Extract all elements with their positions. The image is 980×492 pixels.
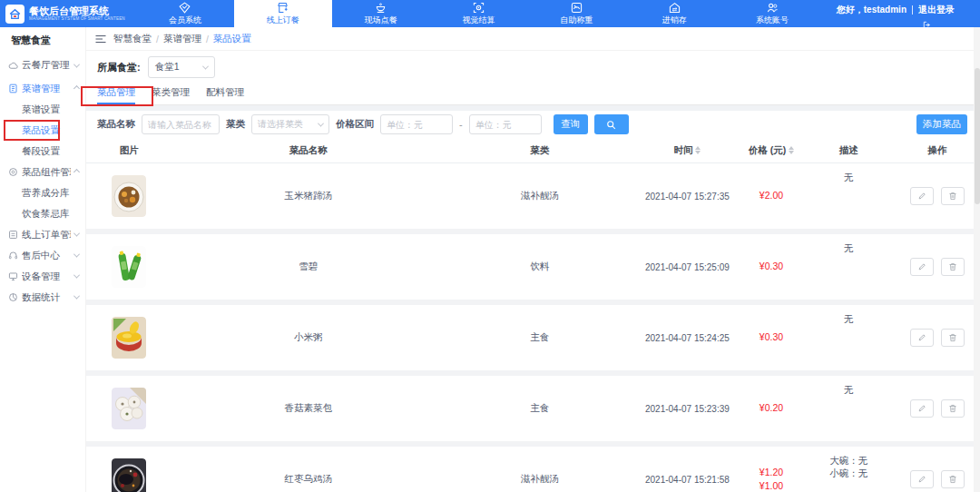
canteen-select[interactable]: 食堂1 bbox=[148, 56, 215, 78]
dish-name: 香菇素菜包 bbox=[172, 376, 445, 441]
nav-item-inventory[interactable]: 进销存 bbox=[625, 0, 723, 27]
chevron-down-icon bbox=[74, 293, 80, 300]
delete-button[interactable] bbox=[941, 258, 965, 276]
price-range-label: 价格区间 bbox=[336, 118, 374, 131]
nav-label: 自助称重 bbox=[560, 15, 593, 26]
dish-category: 滋补靓汤 bbox=[445, 447, 635, 492]
sidebar-item-data-statistics[interactable]: 数据统计 bbox=[0, 287, 85, 308]
dish-category: 饮料 bbox=[445, 234, 635, 300]
breadcrumb-item-smart-canteen[interactable]: 智慧食堂 bbox=[113, 33, 152, 45]
dish-name: 小米粥 bbox=[172, 305, 445, 370]
edit-button[interactable] bbox=[910, 258, 934, 276]
sidebar-item-aftersales-center[interactable]: 售后中心 bbox=[0, 245, 85, 266]
dish-price: ¥0.30 bbox=[760, 331, 783, 343]
nav-item-online-ordering[interactable]: 线上订餐 bbox=[234, 0, 332, 27]
dish-name-input[interactable] bbox=[142, 114, 220, 134]
header-price[interactable]: 价格 (元) bbox=[740, 144, 803, 157]
sidebar-item-recipe-management[interactable]: 菜谱管理 bbox=[0, 78, 85, 99]
headset-icon bbox=[7, 251, 18, 261]
category-select-placeholder: 请选择菜类 bbox=[258, 118, 303, 131]
sidebar-item-meal-period-settings[interactable]: 餐段设置 bbox=[0, 141, 85, 162]
main-content: 智慧食堂 / 菜谱管理 / 菜品设置 所属食堂: 食堂1 菜品管理 菜类管理 配… bbox=[86, 27, 980, 492]
device-monitor-icon bbox=[7, 271, 18, 281]
sidebar-item-device-management[interactable]: 设备管理 bbox=[0, 266, 85, 287]
sidebar: 智慧食堂 云餐厅管理 菜谱管理 菜谱设置 菜品设置 餐段设置 菜品组件管理 营养… bbox=[0, 27, 86, 492]
header-description: 描述 bbox=[803, 144, 894, 157]
breadcrumb-item-recipe-management[interactable]: 菜谱管理 bbox=[163, 33, 201, 45]
delete-button[interactable] bbox=[941, 399, 965, 418]
online-store-icon bbox=[277, 2, 289, 14]
nav-label: 系统账号 bbox=[756, 15, 789, 26]
pie-chart-icon bbox=[7, 292, 18, 302]
canteen-select-value: 食堂1 bbox=[155, 61, 180, 74]
cloud-icon bbox=[7, 61, 18, 71]
canteen-filter-row: 所属食堂: 食堂1 bbox=[86, 51, 980, 84]
tab-category-management[interactable]: 菜类管理 bbox=[152, 86, 190, 104]
price-min-input[interactable] bbox=[380, 114, 453, 134]
search-icon-button[interactable] bbox=[594, 114, 629, 134]
chevron-down-icon bbox=[74, 61, 80, 67]
dish-name: 玉米猪蹄汤 bbox=[172, 163, 445, 229]
header-dish-name: 菜品名称 bbox=[172, 144, 445, 157]
chevron-down-icon bbox=[74, 272, 80, 279]
dish-image bbox=[112, 246, 146, 288]
nav-item-system-accounts[interactable]: 系统账号 bbox=[723, 0, 821, 27]
sidebar-item-diet-taboo-library[interactable]: 饮食禁忌库 bbox=[0, 203, 85, 224]
sidebar-item-dish-component-management[interactable]: 菜品组件管理 bbox=[0, 162, 85, 182]
sort-carets-icon[interactable] bbox=[695, 146, 701, 154]
nav-item-self-weighing[interactable]: 自助称重 bbox=[527, 0, 625, 27]
top-navbar: 餐饮后台管理系统 MANAGEMENT SYSTEM OF SMART CANT… bbox=[0, 0, 980, 27]
dish-description: 无 bbox=[803, 312, 894, 325]
component-icon bbox=[7, 167, 18, 177]
chevron-up-icon bbox=[74, 85, 80, 92]
sidebar-item-online-order-management[interactable]: 线上订单管理 bbox=[0, 224, 85, 245]
breadcrumb-item-dish-settings: 菜品设置 bbox=[213, 33, 251, 45]
nav-item-visual-settlement[interactable]: 视觉结算 bbox=[430, 0, 528, 27]
breadcrumb-separator: / bbox=[156, 34, 159, 44]
price-max-input[interactable] bbox=[469, 114, 542, 134]
add-dish-button[interactable]: 添加菜品 bbox=[916, 114, 967, 134]
delete-button[interactable] bbox=[941, 470, 965, 488]
tab-ingredient-management[interactable]: 配料管理 bbox=[206, 86, 244, 104]
sort-carets-icon[interactable] bbox=[789, 146, 794, 154]
scrollbar-track[interactable] bbox=[974, 27, 980, 492]
logout-button[interactable]: 退出登录 bbox=[918, 4, 955, 16]
dish-name: 雪碧 bbox=[172, 234, 445, 300]
edit-button[interactable] bbox=[910, 399, 934, 418]
logout-icon[interactable] bbox=[923, 16, 931, 25]
table-row: 香菇素菜包 主食 2021-04-07 15:23:39 ¥0.20 无 bbox=[86, 376, 980, 441]
nav-item-onsite-ordering[interactable]: 现场点餐 bbox=[332, 0, 430, 27]
table-row: 玉米猪蹄汤 滋补靓汤 2021-04-07 15:27:35 ¥2.00 无 bbox=[86, 163, 980, 229]
sidebar-item-cloud-restaurant[interactable]: 云餐厅管理 bbox=[0, 53, 85, 78]
nav-item-member-system[interactable]: 会员系统 bbox=[136, 0, 234, 27]
edit-button[interactable] bbox=[910, 187, 934, 205]
delete-button[interactable] bbox=[941, 187, 965, 205]
app-window: 餐饮后台管理系统 MANAGEMENT SYSTEM OF SMART CANT… bbox=[0, 0, 980, 492]
user-divider bbox=[912, 5, 913, 15]
edit-button[interactable] bbox=[910, 329, 934, 347]
edit-button[interactable] bbox=[910, 470, 934, 488]
scrollbar-thumb[interactable] bbox=[975, 68, 980, 204]
dish-image bbox=[112, 458, 146, 492]
dish-description-2: 小碗：无 bbox=[803, 467, 894, 479]
header-time[interactable]: 时间 bbox=[635, 144, 740, 157]
dish-price: ¥0.20 bbox=[760, 402, 783, 414]
tab-dish-management[interactable]: 菜品管理 bbox=[97, 86, 135, 104]
query-button[interactable]: 查询 bbox=[554, 114, 588, 134]
dish-time: 2021-04-07 15:27:35 bbox=[635, 163, 740, 229]
dish-time: 2021-04-07 15:25:09 bbox=[635, 234, 740, 300]
header-image: 图片 bbox=[86, 144, 172, 157]
sidebar-item-recipe-settings[interactable]: 菜谱设置 bbox=[0, 99, 85, 120]
sidebar-item-dish-settings[interactable]: 菜品设置 bbox=[0, 120, 85, 141]
table-header: 图片 菜品名称 菜类 时间 价格 (元) 描述 操作 bbox=[86, 138, 980, 163]
delete-button[interactable] bbox=[941, 329, 965, 347]
chevron-down-icon bbox=[202, 63, 209, 69]
category-select[interactable]: 请选择菜类 bbox=[251, 114, 329, 134]
table-row: 雪碧 饮料 2021-04-07 15:25:09 ¥0.30 无 bbox=[86, 234, 980, 300]
accounts-users-icon bbox=[767, 2, 779, 14]
sidebar-item-nutrition-library[interactable]: 营养成分库 bbox=[0, 182, 85, 203]
table-row: 红枣乌鸡汤 滋补靓汤 2021-04-07 15:21:58 ¥1.20¥1.0… bbox=[86, 447, 980, 492]
dish-time: 2021-04-07 15:24:25 bbox=[635, 305, 740, 370]
canteen-select-label: 所属食堂: bbox=[97, 61, 141, 74]
collapse-menu-icon[interactable] bbox=[95, 34, 106, 44]
